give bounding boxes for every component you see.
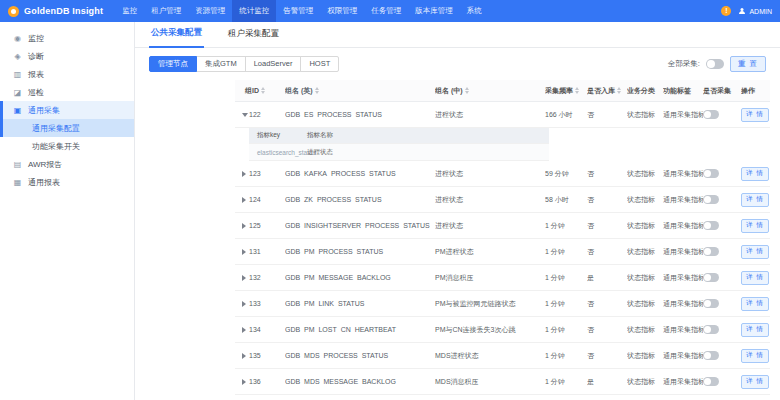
expand-row-icon[interactable] — [242, 223, 246, 229]
sidebar-item[interactable]: ▤AWR报告 — [0, 155, 134, 173]
collect-all-toggle[interactable] — [706, 59, 724, 69]
top-nav-item[interactable]: 统计监控 — [232, 0, 276, 22]
top-bar-right: ! ADMIN — [721, 6, 772, 16]
sidebar-item[interactable]: ◪巡检 — [0, 83, 134, 101]
group-id-cell: 132 — [249, 274, 285, 281]
expand-row-icon[interactable] — [242, 171, 246, 177]
store-flag-cell: 否 — [587, 299, 627, 309]
collapse-row-icon[interactable] — [242, 113, 248, 117]
collect-toggle[interactable] — [703, 299, 719, 308]
app-window: GoldenDB Insight 监控租户管理资源管理统计监控告警管理权限管理任… — [0, 0, 780, 400]
sidebar-item-label: 报表 — [28, 69, 44, 80]
collection-icon: ▣ — [13, 106, 22, 115]
expand-row-icon[interactable] — [242, 353, 246, 359]
collect-toggle[interactable] — [703, 273, 719, 282]
detail-button[interactable]: 详 情 — [741, 193, 769, 207]
node-filter-button[interactable]: 管理节点 — [149, 56, 197, 72]
collect-toggle[interactable] — [703, 351, 719, 360]
reset-button[interactable]: 重 置 — [730, 56, 766, 72]
sidebar-item[interactable]: ▥报表 — [0, 65, 134, 83]
detail-button[interactable]: 详 情 — [741, 349, 769, 363]
group-name-cn-cell: MDS消息积压 — [435, 377, 545, 387]
top-nav-item[interactable]: 任务管理 — [364, 0, 408, 22]
detail-button[interactable]: 详 情 — [741, 297, 769, 311]
table-row: 136GDB_MDS_MESSAGE_BACKLOGMDS消息积压1 分钟是状态… — [235, 369, 770, 395]
top-nav-item[interactable]: 资源管理 — [188, 0, 232, 22]
metric-key: elasticsearch_status — [249, 149, 305, 156]
collect-toggle[interactable] — [703, 110, 719, 119]
top-nav-item[interactable]: 监控 — [115, 0, 144, 22]
top-nav-item[interactable]: 告警管理 — [276, 0, 320, 22]
frequency-cell: 1 分钟 — [545, 299, 587, 309]
sort-down-icon — [465, 91, 469, 94]
group-id-cell: 122 — [249, 111, 285, 118]
frequency-cell: 166 小时 — [545, 110, 587, 120]
store-flag-cell: 是 — [587, 273, 627, 283]
top-nav-item[interactable]: 租户管理 — [144, 0, 188, 22]
collect-toggle[interactable] — [703, 325, 719, 334]
column-header[interactable]: 组名 (中) — [435, 86, 545, 96]
group-name-cn-cell: 进程状态 — [435, 110, 545, 120]
node-filter-button[interactable]: LoadServer — [245, 56, 302, 72]
collect-cell — [703, 273, 741, 282]
top-nav-item[interactable]: 系统 — [460, 0, 489, 22]
expand-row-icon[interactable] — [242, 327, 246, 333]
collect-toggle[interactable] — [703, 377, 719, 386]
column-header[interactable]: 组名 (英) — [285, 86, 435, 96]
column-header: 是否采集 — [703, 86, 741, 96]
app-logo-icon — [8, 6, 19, 17]
top-nav-item[interactable]: 权限管理 — [320, 0, 364, 22]
detail-button[interactable]: 详 情 — [741, 375, 769, 389]
detail-button[interactable]: 详 情 — [741, 108, 769, 122]
sidebar-item[interactable]: ◉监控 — [0, 29, 134, 47]
column-header[interactable]: 组ID — [235, 86, 285, 96]
notification-icon[interactable]: ! — [721, 6, 731, 16]
sort-up-icon — [465, 87, 469, 90]
expand-row-icon[interactable] — [242, 379, 246, 385]
sidebar-menu: ◉监控◈诊断▥报表◪巡检▣通用采集通用采集配置功能采集开关▤AWR报告▦通用报表 — [0, 22, 135, 400]
detail-button[interactable]: 详 情 — [741, 245, 769, 259]
expand-cell — [235, 249, 249, 255]
sort-icon — [315, 87, 319, 94]
column-header[interactable]: 采集频率 — [545, 86, 587, 96]
detail-button[interactable]: 详 情 — [741, 323, 769, 337]
detail-button[interactable]: 详 情 — [741, 167, 769, 181]
detail-button[interactable]: 详 情 — [741, 219, 769, 233]
metric-subtable-header: 指标key指标名称 — [249, 128, 549, 143]
group-name-cn-cell: MDS进程状态 — [435, 351, 545, 361]
metric-subtable-row: elasticsearch_status进程状态 — [249, 143, 549, 160]
body-row: ◉监控◈诊断▥报表◪巡检▣通用采集通用采集配置功能采集开关▤AWR报告▦通用报表… — [0, 22, 780, 400]
action-cell: 详 情 — [741, 219, 769, 233]
detail-button[interactable]: 详 情 — [741, 271, 769, 285]
group-name-cn-cell: 进程状态 — [435, 195, 545, 205]
collect-toggle[interactable] — [703, 169, 719, 178]
collect-toggle[interactable] — [703, 247, 719, 256]
expand-row-icon[interactable] — [242, 197, 246, 203]
node-filter-button[interactable]: 集成GTM — [196, 56, 246, 72]
tab-item[interactable]: 租户采集配置 — [226, 22, 281, 47]
sidebar-item-label: AWR报告 — [28, 159, 62, 170]
group-id-cell: 124 — [249, 196, 285, 203]
collect-toggle[interactable] — [703, 221, 719, 230]
user-menu[interactable]: ADMIN — [738, 7, 772, 15]
table-row: 124GDB_ZK_PROCESS_STATUS进程状态58 小时否状态指标通用… — [235, 187, 770, 213]
expand-row-icon[interactable] — [242, 249, 246, 255]
collect-cell — [703, 377, 741, 386]
collect-toggle[interactable] — [703, 195, 719, 204]
top-nav-item[interactable]: 版本库管理 — [408, 0, 460, 22]
expand-row-icon[interactable] — [242, 275, 246, 281]
frequency-cell: 1 分钟 — [545, 221, 587, 231]
toolbar-right: 全部采集: 重 置 — [668, 56, 766, 72]
sidebar-subitem[interactable]: 通用采集配置 — [0, 119, 134, 137]
tab-item[interactable]: 公共采集配置 — [149, 21, 204, 48]
sort-down-icon — [315, 91, 319, 94]
sidebar-item[interactable]: ◈诊断 — [0, 47, 134, 65]
tag-cell: 通用采集指标 — [663, 110, 703, 120]
sidebar-item[interactable]: ▣通用采集 — [0, 101, 134, 119]
sort-up-icon — [261, 87, 265, 90]
sidebar-item[interactable]: ▦通用报表 — [0, 173, 134, 191]
column-header[interactable]: 是否入库 — [587, 86, 627, 96]
expand-row-icon[interactable] — [242, 301, 246, 307]
node-filter-button[interactable]: HOST — [300, 56, 339, 72]
sidebar-subitem[interactable]: 功能采集开关 — [0, 137, 134, 155]
